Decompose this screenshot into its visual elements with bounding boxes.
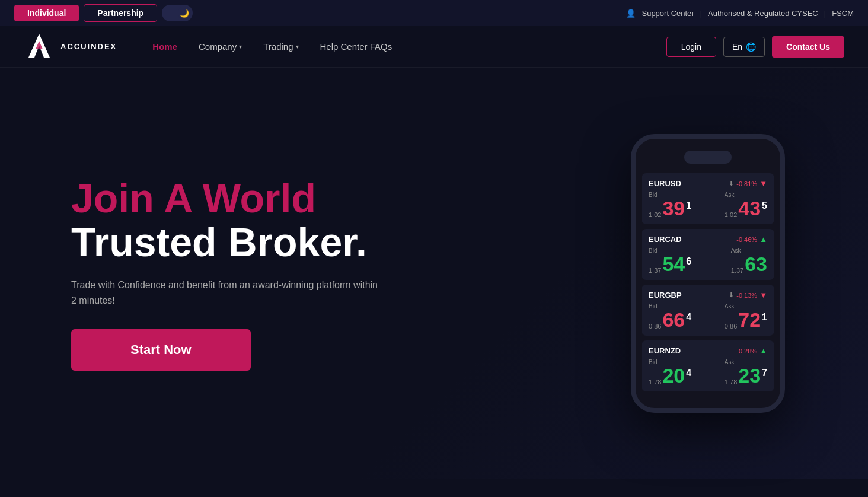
theme-toggle[interactable]: 🌙 (162, 5, 193, 21)
bid-base-eurnzd: 1.78 (649, 378, 661, 386)
change-eurgbp: -0.13% (736, 292, 757, 299)
ask-big-eurcad: 63 (745, 254, 767, 274)
ask-base-eurcad: 1.37 (731, 267, 743, 274)
fscm-label: FSCM (832, 9, 854, 18)
bid-big-eurcad: 54 (662, 254, 685, 274)
hero-subtitle: Trade with Confidence and benefit from a… (71, 278, 379, 308)
top-bar: Individual Partnership 🌙 👤 Support Cente… (0, 0, 868, 26)
globe-icon: 🌐 (746, 42, 756, 52)
ticker-eurnzd: EURNZD -0.28% ▲ Bid 1.78 20 4 (642, 340, 774, 391)
start-now-button[interactable]: Start Now (71, 329, 251, 371)
bid-big-eurgbp: 66 (662, 310, 685, 330)
arrow-eurnzd: ▲ (760, 346, 767, 355)
change-eurnzd: -0.28% (736, 348, 757, 355)
hero-text: Join A World Trusted Broker. Trade with … (71, 176, 486, 371)
company-chevron: ▾ (239, 43, 242, 50)
support-label[interactable]: Support Center (642, 9, 694, 18)
bid-small-eurusd: 1 (686, 200, 691, 211)
pair-eurusd: EURUSD (649, 179, 681, 188)
trading-chevron: ▾ (296, 43, 299, 50)
nav-trading[interactable]: Trading ▾ (263, 42, 298, 52)
ask-big-eurnzd: 23 (738, 365, 761, 386)
top-bar-right: 👤 Support Center | Authorised & Regulate… (626, 9, 854, 18)
authorized-label: Authorised & Regulated CYSEC (708, 9, 818, 18)
phone-frame: EURUSD ⬇ -0.81% ▼ Bid 1.02 39 1 (631, 134, 785, 413)
bid-big-eurnzd: 20 (662, 365, 685, 386)
phone-notch (684, 151, 732, 164)
bid-base-eurcad: 1.37 (649, 267, 661, 274)
arrow-eurusd: ▼ (760, 179, 767, 188)
bid-base-eurusd: 1.02 (649, 211, 661, 218)
ask-big-eurgbp: 72 (738, 310, 761, 330)
toggle-icon: 🌙 (178, 7, 191, 20)
pair-eurcad: EURCAD (649, 235, 682, 244)
nav-links: Home Company ▾ Trading ▾ Help Center FAQ… (152, 42, 666, 52)
nav-company[interactable]: Company ▾ (199, 42, 242, 52)
navbar: ACCUINDEX Home Company ▾ Trading ▾ Help … (0, 26, 868, 68)
ask-base-eurgbp: 0.86 (725, 323, 737, 330)
divider2: | (824, 9, 826, 18)
ask-big-eurusd: 43 (738, 198, 761, 218)
nav-home[interactable]: Home (152, 42, 177, 52)
support-icon: 👤 (626, 9, 636, 18)
ask-small-eurnzd: 7 (762, 368, 767, 378)
pair-eurnzd: EURNZD (649, 346, 681, 355)
ticker-eurgbp: EURGBP ⬇ -0.13% ▼ Bid 0.86 66 4 (642, 285, 774, 336)
phone-mockup: EURUSD ⬇ -0.81% ▼ Bid 1.02 39 1 (631, 134, 797, 413)
bid-base-eurgbp: 0.86 (649, 323, 661, 330)
nav-help[interactable]: Help Center FAQs (320, 42, 392, 52)
hero-section: Join A World Trusted Broker. Trade with … (0, 68, 868, 479)
hero-line2: Trusted Broker. (71, 220, 486, 265)
bid-small-eurcad: 6 (686, 256, 691, 267)
nav-right: Login En 🌐 Contact Us (666, 36, 844, 58)
contact-button[interactable]: Contact Us (772, 36, 844, 58)
ticker-eurusd: EURUSD ⬇ -0.81% ▼ Bid 1.02 39 1 (642, 173, 774, 224)
lang-label: En (732, 42, 742, 52)
bid-small-eurnzd: 4 (686, 368, 691, 378)
logo-icon (24, 31, 55, 62)
change-eurcad: -0.46% (736, 236, 757, 243)
ask-base-eurnzd: 1.78 (725, 378, 737, 386)
ask-small-eurusd: 5 (762, 200, 767, 211)
language-button[interactable]: En 🌐 (723, 37, 765, 57)
individual-tab[interactable]: Individual (14, 5, 79, 21)
arrow-eurgbp: ▼ (760, 291, 767, 300)
ask-small-eurgbp: 1 (762, 312, 767, 323)
logo-area: ACCUINDEX (24, 31, 117, 62)
arrow-eurcad: ▲ (760, 235, 767, 244)
bid-small-eurgbp: 4 (686, 312, 691, 323)
divider1: | (700, 9, 702, 18)
login-button[interactable]: Login (666, 37, 716, 57)
change-eurusd: -0.81% (736, 180, 757, 187)
partnership-tab[interactable]: Partnership (84, 4, 157, 22)
hero-line1: Join A World (71, 176, 486, 221)
ticker-eurcad: EURCAD -0.46% ▲ Bid 1.37 54 6 (642, 229, 774, 280)
pair-eurgbp: EURGBP (649, 291, 682, 300)
bid-big-eurusd: 39 (662, 198, 685, 218)
ask-base-eurusd: 1.02 (725, 211, 737, 218)
logo-text: ACCUINDEX (60, 42, 117, 51)
top-bar-left: Individual Partnership 🌙 (14, 4, 193, 22)
